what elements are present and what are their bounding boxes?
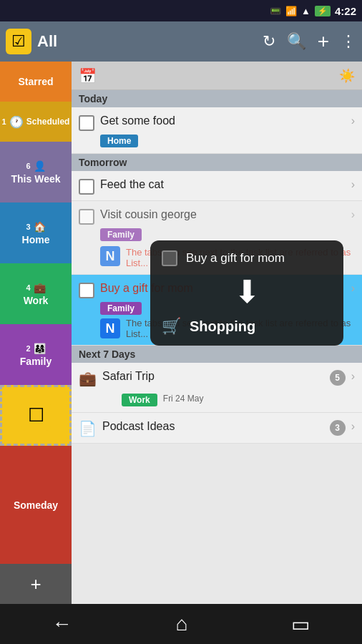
sidebar-add-button[interactable]: + <box>0 564 72 604</box>
sidebar-badge-thisweek: 6 <box>26 162 30 170</box>
sidebar-item-work[interactable]: 4 💼 Work <box>0 263 72 324</box>
chevron-feed-cat: › <box>351 178 355 191</box>
sun-icon: ☀️ <box>339 68 355 84</box>
app-logo: ☑ <box>6 29 31 54</box>
sidebar-label-thisweek: This Week <box>11 173 61 185</box>
section-tomorrow: Tomorrow <box>72 154 362 171</box>
task-checkbox-buy-gift[interactable] <box>79 283 94 298</box>
status-icon-wifi: 📶 <box>285 6 297 16</box>
chevron-safari: › <box>351 370 355 383</box>
chevron-podcast: › <box>351 420 355 433</box>
task-podcast-ideas[interactable]: 📄 Podcast Ideas 3 › <box>72 413 362 444</box>
header-actions: ↻ 🔍 + ⋮ <box>263 30 356 53</box>
task-title-feed-cat: Feed the cat <box>100 178 346 191</box>
status-time: 4:22 <box>335 5 356 17</box>
battery-icon: ⚡ <box>315 6 331 16</box>
sidebar-badge-family: 2 <box>26 344 30 353</box>
sidebar-item-starred[interactable]: Starred <box>0 62 72 102</box>
tomorrow-label: Tomorrow <box>79 157 127 168</box>
task-title-visit-cousin: Visit cousin george <box>100 208 346 221</box>
sidebar-badge-work: 4 <box>26 283 30 292</box>
badge-safari: 5 <box>330 370 346 386</box>
sidebar-icon-scheduled: 🕐 <box>9 115 24 129</box>
sidebar-icon-work: 💼 <box>34 282 46 293</box>
sidebar-icon-home: 🏠 <box>34 221 46 233</box>
sidebar-item-scheduled[interactable]: 1 🕐 Scheduled <box>0 102 72 142</box>
sidebar-label-work: Work <box>24 295 49 306</box>
task-checkbox-visit-cousin[interactable] <box>79 209 94 225</box>
chevron-visit-cousin: › <box>351 208 355 221</box>
tag-home-get-food: Home <box>100 135 138 147</box>
sidebar-item-someday[interactable]: Someday <box>0 446 72 564</box>
chevron-buy-gift: › <box>351 282 355 295</box>
tag-family-buy-gift: Family <box>100 302 142 315</box>
menu-button[interactable]: ⋮ <box>341 32 356 51</box>
sidebar-label-scheduled: Scheduled <box>26 117 70 127</box>
status-icon-sim: 📟 <box>270 6 281 16</box>
sidebar-label-family: Family <box>20 356 52 367</box>
briefcase-icon-safari: 💼 <box>79 370 97 387</box>
task-checkbox-get-food[interactable] <box>79 115 94 131</box>
logo-icon: ☑ <box>11 32 26 51</box>
task-safari-trip[interactable]: 💼 Safari Trip 5 › Work Fri 24 May <box>72 363 362 413</box>
section-today: Today <box>72 90 362 107</box>
sidebar-icon-thisweek: 👤 <box>34 160 46 172</box>
popup-task-row: Buy a gift for mom <box>162 250 332 266</box>
main-layout: Starred 1 🕐 Scheduled 6 👤 This Week 3 🏠 … <box>0 62 362 604</box>
header-title: All <box>37 32 257 51</box>
sidebar-item-custom[interactable]: ☐ <box>0 385 72 446</box>
note-icon-podcast: 📄 <box>79 420 97 437</box>
calendar-header: 📅 ☀️ <box>72 62 362 90</box>
sidebar-label-someday: Someday <box>14 499 58 511</box>
task-get-food[interactable]: Get some food › Home <box>72 107 362 154</box>
today-label: Today <box>79 93 107 104</box>
sidebar-badge-scheduled: 1 <box>2 117 6 126</box>
sidebar-add-icon: + <box>30 573 41 595</box>
sidebar-item-home[interactable]: 3 🏠 Home <box>0 203 72 263</box>
status-icon-signal: ▲ <box>301 6 310 16</box>
sidebar-item-family[interactable]: 2 👨‍👩‍👧 Family <box>0 324 72 385</box>
task-title-get-food: Get some food <box>100 114 346 127</box>
popup-arrow-down: ⬇ <box>162 273 332 310</box>
task-title-podcast: Podcast Ideas <box>102 420 324 433</box>
next7-label: Next 7 Days <box>79 348 135 360</box>
badge-podcast: 3 <box>330 420 346 436</box>
tag-family-visit: Family <box>100 228 142 241</box>
sidebar-label-home: Home <box>22 234 50 245</box>
task-feed-cat[interactable]: Feed the cat › <box>72 171 362 201</box>
bottom-nav: ← ⌂ ▭ <box>0 604 362 644</box>
move-popup: Buy a gift for mom ⬇ 🛒 Shopping <box>150 240 343 346</box>
tag-work-safari: Work <box>122 394 157 406</box>
sidebar-badge-home: 3 <box>26 223 30 231</box>
content-area: 📅 ☀️ Today Get some food › Home Tomorrow <box>72 62 362 604</box>
sidebar-item-thisweek[interactable]: 6 👤 This Week <box>0 142 72 203</box>
shopping-icon: 🛒 <box>162 317 181 336</box>
note-icon-visit: N <box>100 246 120 266</box>
task-title-safari: Safari Trip <box>102 370 324 383</box>
date-safari: Fri 24 May <box>163 394 204 404</box>
popup-move-row[interactable]: 🛒 Shopping <box>162 317 332 336</box>
home-button[interactable]: ⌂ <box>176 613 188 635</box>
sidebar-label-starred: Starred <box>18 76 53 87</box>
chevron-get-food: › <box>351 114 355 127</box>
section-next7: Next 7 Days <box>72 346 362 363</box>
refresh-button[interactable]: ↻ <box>263 32 275 51</box>
custom-list-icon: ☐ <box>21 401 51 431</box>
task-checkbox-feed-cat[interactable] <box>79 179 94 195</box>
note-icon-buy-gift: N <box>100 318 120 338</box>
status-bar: 📟 📶 ▲ ⚡ 4:22 <box>0 0 362 21</box>
popup-checkbox[interactable] <box>162 250 177 266</box>
recents-button[interactable]: ▭ <box>291 613 310 636</box>
popup-task-title: Buy a gift for mom <box>186 251 285 265</box>
header: ☑ All ↻ 🔍 + ⋮ <box>0 21 362 62</box>
search-button[interactable]: 🔍 <box>287 32 306 51</box>
add-button[interactable]: + <box>318 30 329 53</box>
popup-move-label: Shopping <box>190 318 255 335</box>
arrow-down-icon: ⬇ <box>234 273 260 310</box>
sidebar: Starred 1 🕐 Scheduled 6 👤 This Week 3 🏠 … <box>0 62 72 604</box>
calendar-icon: 📅 <box>79 67 97 84</box>
back-button[interactable]: ← <box>52 613 72 635</box>
sidebar-icon-family: 👨‍👩‍👧 <box>34 343 46 354</box>
